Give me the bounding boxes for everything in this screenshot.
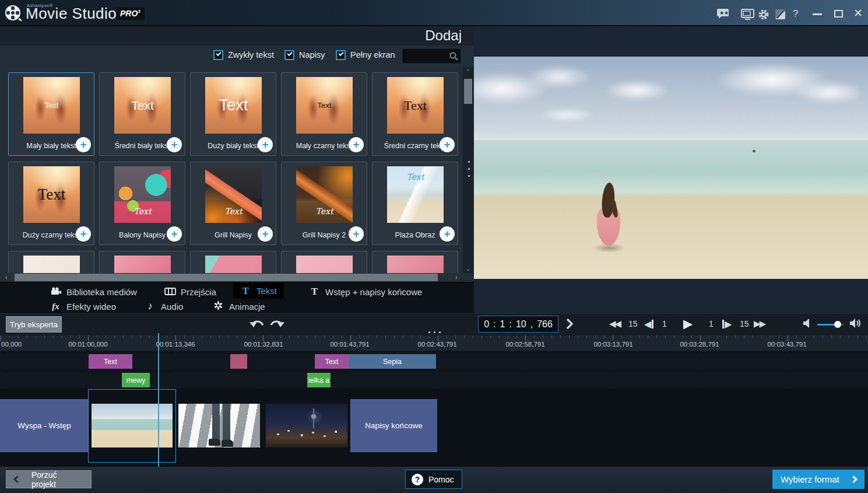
template-thumbnail: Text (205, 77, 262, 134)
close-button[interactable]: ✕ (853, 6, 863, 20)
sepia-effect-clip[interactable]: Sepia (349, 354, 436, 369)
discard-project-button[interactable]: Porzuć projekt (6, 470, 92, 488)
expert-mode-button[interactable]: Tryb eksperta (6, 316, 62, 333)
template-card-partial[interactable] (372, 251, 458, 273)
step-back-1-label: 1 (662, 316, 667, 331)
help-icon[interactable]: ? (793, 8, 798, 20)
skip-fwd-15-button[interactable]: ▶▶ (754, 316, 765, 331)
fx-icon: fx (50, 302, 61, 312)
template-card-partial[interactable] (281, 251, 367, 273)
add-template-button[interactable]: + (258, 137, 273, 152)
ruler-label: 00:03:43,791 (767, 341, 806, 348)
add-template-button[interactable]: + (76, 137, 91, 152)
template-card-partial[interactable] (99, 251, 185, 273)
video-clip-intro[interactable]: Wyspa - Wstęp (0, 399, 89, 452)
pro-badge: PRO3 (117, 8, 145, 20)
template-card-sredni-bialy[interactable]: Text Średni biały tekst + (99, 72, 185, 156)
horizontal-scrollbar[interactable]: ‹ › (2, 273, 461, 282)
ruler-label: 00:02:43,791 (417, 341, 456, 348)
scroll-left-icon[interactable]: ‹ (2, 273, 11, 282)
scroll-down-icon[interactable]: ⌄ (463, 264, 473, 273)
vertical-scrollbar-thumb[interactable] (464, 79, 472, 104)
step-fwd-1-button[interactable]: ▶ (722, 316, 732, 331)
skip-fwd-15-label: 15 (740, 316, 749, 331)
video-clip-street[interactable] (175, 401, 263, 450)
volume-slider-knob[interactable] (834, 321, 841, 328)
template-thumbnail: Text (205, 166, 262, 223)
filter-napisy[interactable]: Napisy (284, 49, 325, 61)
tab-wstep-napisy-koncowe[interactable]: T Wstęp + napisy końcowe (309, 284, 422, 299)
step-back-1-button[interactable]: ◀ (644, 316, 654, 331)
ruler-label: 00:01:00,000 (68, 341, 107, 348)
skip-back-15-label: 15 (628, 316, 638, 331)
minimize-button[interactable] (813, 10, 822, 15)
template-thumbnail: Text (23, 166, 80, 223)
horizontal-scrollbar-thumb[interactable] (15, 274, 438, 281)
play-button[interactable]: ▶ (683, 316, 693, 331)
scroll-up-icon[interactable]: ⌃ (463, 67, 473, 76)
tab-tekst[interactable]: T Tekst (233, 283, 284, 299)
template-thumbnail: Text (296, 77, 353, 134)
volume-mute-icon[interactable] (803, 319, 811, 330)
add-template-button[interactable]: + (440, 226, 455, 242)
template-card-partial[interactable] (8, 251, 94, 273)
caption-clip[interactable]: ielka a (307, 373, 331, 387)
help-button[interactable]: ? Pomoc (405, 470, 462, 489)
add-template-button[interactable]: + (349, 226, 364, 242)
video-clip-outro[interactable]: Napisy końcowe (350, 399, 437, 452)
go-to-time-icon[interactable] (565, 318, 574, 332)
video-clip-city[interactable] (263, 401, 350, 450)
undo-icon[interactable] (249, 317, 265, 334)
movie-studio-window: Ashampoo® Movie Studio PRO3 ★★ ? ✕ Dodaj… (0, 0, 868, 493)
add-template-button[interactable]: + (76, 226, 91, 242)
template-card-plaza[interactable]: Text Plaża Obraz + (372, 162, 458, 245)
add-template-button[interactable]: + (440, 137, 455, 152)
feedback-icon[interactable]: ★★ (717, 9, 730, 19)
tab-animacje[interactable]: Animacje (213, 299, 265, 314)
template-card-partial[interactable] (190, 251, 276, 273)
screen-settings-icon[interactable] (741, 9, 754, 19)
add-template-button[interactable]: + (167, 226, 182, 242)
filter-pelny-ekran[interactable]: Pełny ekran (336, 49, 395, 61)
settings-gear-icon[interactable] (758, 9, 771, 19)
overlay-clip[interactable] (230, 354, 247, 369)
skip-back-15-button[interactable]: ◀◀ (609, 316, 620, 331)
search-box[interactable] (402, 48, 461, 64)
add-content-panel: Dodaj Zwykły tekst Napisy Pełny ekran Te… (0, 26, 474, 313)
template-card-maly-bialy[interactable]: Text Mały biały tekst + (8, 72, 94, 156)
add-template-button[interactable]: + (349, 137, 364, 152)
template-card-duzy-czarny[interactable]: Text Duży czarny tekst + (8, 162, 94, 245)
template-card-grill[interactable]: Text Grill Napisy + (190, 162, 276, 245)
template-card-duzy-bialy[interactable]: Text Duży biały tekst + (190, 72, 276, 156)
caption-clip-mewy[interactable]: mewy (122, 373, 150, 387)
timecode-display[interactable]: 0:1:10,766 (478, 316, 558, 333)
choose-format-button[interactable]: Wybierz format (772, 470, 865, 489)
timeline-ruler[interactable]: 00,000 00:01:00,000 00:01:13,346 00:01:3… (0, 335, 868, 351)
panel-splitter-handle-icon[interactable] (468, 161, 470, 177)
template-card-balony[interactable]: Text Balony Napisy + (99, 162, 185, 245)
scroll-right-icon[interactable]: › (452, 273, 461, 282)
template-card-sredni-czarny[interactable]: Text Średni czarny tekst + (372, 72, 458, 156)
redo-icon[interactable] (269, 317, 285, 334)
splitter-handle-icon[interactable] (428, 331, 441, 333)
text-overlay-clip[interactable]: Text (315, 354, 349, 369)
playhead[interactable] (158, 333, 159, 467)
tab-audio[interactable]: ♪ Audio (145, 299, 183, 314)
notes-icon[interactable] (775, 9, 788, 19)
template-card-grill-2[interactable]: Text Grill Napisy 2 + (281, 162, 367, 245)
app-logo-film-reel-icon (4, 4, 23, 23)
search-input[interactable] (403, 52, 449, 61)
checkbox-checked-icon (284, 50, 294, 60)
tab-efekty-wideo[interactable]: fx Efekty wideo (50, 299, 116, 314)
template-thumbnail: Text (387, 166, 444, 223)
volume-max-icon[interactable] (850, 319, 862, 330)
filter-zwykly-tekst[interactable]: Zwykły tekst (213, 49, 274, 61)
chevron-left-icon (13, 475, 21, 483)
tab-przejscia[interactable]: Przejścia (164, 284, 216, 299)
maximize-button[interactable] (834, 10, 843, 18)
add-template-button[interactable]: + (167, 137, 182, 152)
add-template-button[interactable]: + (258, 226, 273, 242)
tab-biblioteka-mediow[interactable]: Biblioteka mediów (50, 284, 137, 299)
text-overlay-clip[interactable]: Text (89, 354, 132, 369)
template-card-maly-czarny[interactable]: Text Mały czarny tekst + (281, 72, 367, 156)
